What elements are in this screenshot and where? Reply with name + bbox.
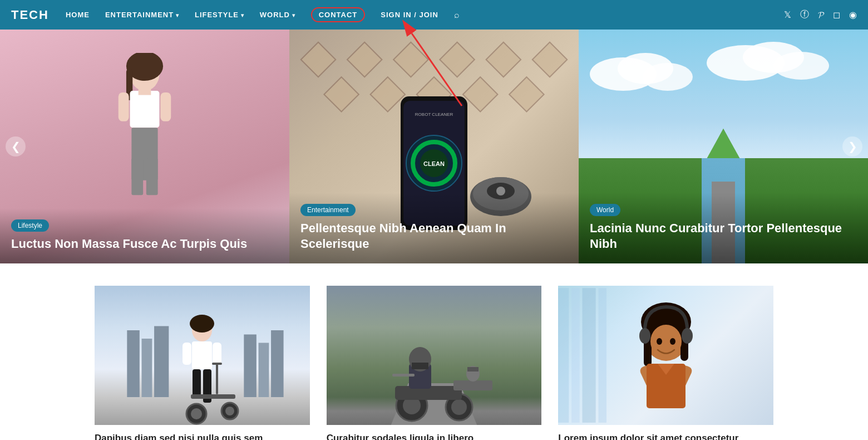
slide-3: ❯ World Lacinia Nunc Curabitur Tortor Pe…	[579, 30, 868, 263]
slide-1: ❮ Lifestyle Luctus Non Massa Fusce Ac Tu…	[0, 30, 289, 263]
svg-rect-43	[127, 330, 140, 397]
svg-marker-13	[301, 42, 336, 77]
svg-marker-18	[532, 42, 567, 77]
svg-rect-71	[392, 374, 415, 377]
svg-rect-48	[271, 330, 284, 397]
article-card-2[interactable]: Curabitur sodales ligula in libero 🗂 Wor…	[327, 286, 542, 440]
article-3-title: Lorem ipsum dolor sit amet consectetur	[558, 432, 773, 440]
svg-rect-52	[213, 343, 221, 365]
svg-point-58	[191, 408, 202, 419]
svg-point-60	[225, 407, 234, 415]
svg-text:ROBOT CLEANER: ROBOT CLEANER	[415, 112, 453, 117]
svg-rect-72	[453, 380, 492, 390]
svg-rect-61	[216, 364, 218, 394]
article-1-title: Dapibus diam sed nisi nulla quis sem	[95, 432, 310, 440]
svg-point-86	[639, 328, 650, 344]
svg-rect-54	[193, 369, 201, 397]
article-3-image	[558, 286, 773, 425]
slide-2-badge: Entertainment	[300, 204, 356, 216]
rss-icon[interactable]: ◉	[849, 9, 857, 20]
svg-marker-16	[440, 42, 474, 77]
nav-entertainment[interactable]: ENTERTAINMENT	[105, 11, 179, 19]
headphone-woman	[610, 291, 722, 425]
svg-marker-14	[347, 42, 382, 77]
slide-2-overlay: Entertainment Pellentesque Nibh Aenean Q…	[289, 193, 579, 263]
slide-2: CLEAN ROBOT CLEANER Entertainment Pellen…	[289, 30, 579, 263]
svg-point-87	[682, 328, 693, 344]
navbar: TECH HOME ENTERTAINMENT LIFESTYLE WORLD …	[0, 0, 868, 30]
svg-point-84	[657, 338, 662, 345]
pinterest-icon[interactable]: 𝓟	[818, 10, 824, 20]
svg-text:CLEAN: CLEAN	[423, 160, 445, 167]
search-icon[interactable]: ⌕	[454, 10, 460, 20]
nav-lifestyle[interactable]: LIFESTYLE	[195, 11, 244, 19]
motorcycles	[362, 314, 506, 425]
svg-rect-62	[212, 363, 222, 365]
svg-rect-9	[131, 158, 143, 195]
article-2-image	[327, 286, 542, 425]
brand-logo[interactable]: TECH	[11, 8, 49, 22]
svg-rect-51	[183, 343, 191, 365]
svg-rect-74	[467, 367, 479, 371]
slide-1-title: Luctus Non Massa Fusce Ac Turpis Quis	[11, 236, 278, 252]
svg-point-40	[773, 52, 829, 80]
svg-rect-7	[160, 92, 171, 121]
svg-rect-76	[571, 288, 579, 423]
next-slide-btn[interactable]: ❯	[842, 136, 862, 157]
prev-slide-btn[interactable]: ❮	[6, 136, 26, 157]
svg-point-37	[643, 63, 693, 91]
twitter-icon[interactable]: 𝕏	[784, 9, 791, 20]
hero-slider: ❮ Lifestyle Luctus Non Massa Fusce Ac Tu…	[0, 30, 868, 263]
slide-1-badge: Lifestyle	[11, 219, 49, 232]
svg-rect-6	[119, 92, 129, 121]
svg-rect-50	[192, 341, 212, 369]
article-card-3[interactable]: Lorem ipsum dolor sit amet consectetur 🗂…	[558, 286, 773, 440]
svg-point-85	[670, 338, 675, 345]
articles-section: Dapibus diam sed nisi nulla quis sem 🗂 L…	[0, 263, 868, 440]
svg-point-66	[451, 399, 467, 415]
article-1-image	[95, 286, 310, 425]
svg-marker-15	[393, 42, 428, 77]
instagram-icon[interactable]: ◻	[833, 9, 840, 20]
svg-rect-11	[139, 89, 151, 95]
svg-rect-75	[558, 288, 569, 423]
slide-3-badge: World	[590, 204, 620, 216]
nav-signin[interactable]: SIGN IN / JOIN	[381, 11, 438, 19]
slide-3-title: Lacinia Nunc Curabitur Tortor Pellentesq…	[590, 221, 857, 252]
svg-point-53	[190, 315, 214, 333]
social-icons: 𝕏 ⓕ 𝓟 ◻ ◉	[784, 9, 857, 21]
articles-grid: Dapibus diam sed nisi nulla quis sem 🗂 L…	[95, 286, 773, 440]
scooter-person	[152, 314, 252, 425]
nav-links: HOME ENTERTAINMENT LIFESTYLE WORLD CONTA…	[66, 7, 784, 22]
svg-marker-23	[509, 77, 544, 111]
slide-1-overlay: Lifestyle Luctus Non Massa Fusce Ac Turp…	[0, 208, 289, 263]
article-2-title: Curabitur sodales ligula in libero	[327, 432, 542, 440]
svg-rect-70	[412, 363, 428, 369]
nav-contact[interactable]: CONTACT	[311, 7, 366, 22]
article-card-1[interactable]: Dapibus diam sed nisi nulla quis sem 🗂 L…	[95, 286, 310, 440]
svg-rect-10	[146, 158, 158, 195]
facebook-icon[interactable]: ⓕ	[800, 9, 809, 21]
svg-rect-77	[583, 288, 596, 423]
svg-rect-47	[259, 343, 269, 398]
svg-rect-56	[191, 394, 235, 399]
nav-world[interactable]: WORLD	[260, 11, 295, 19]
svg-rect-44	[142, 339, 152, 397]
nav-home[interactable]: HOME	[66, 11, 90, 19]
svg-rect-78	[599, 288, 606, 423]
slide-2-title: Pellentesque Nibh Aenean Quam In Sceleri…	[300, 221, 568, 252]
slide-3-overlay: World Lacinia Nunc Curabitur Tortor Pell…	[579, 193, 868, 263]
svg-marker-17	[486, 42, 521, 77]
svg-marker-19	[324, 77, 358, 111]
svg-rect-5	[130, 91, 160, 128]
